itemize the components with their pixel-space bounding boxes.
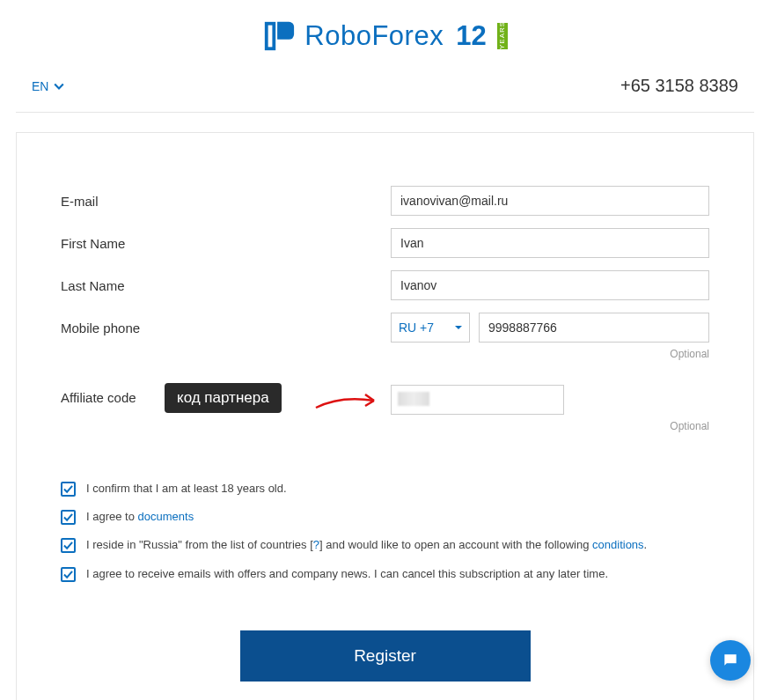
affiliate-tooltip: код партнера <box>165 383 282 413</box>
phone-code-value: RU +7 <box>399 321 434 335</box>
chevron-down-icon <box>54 81 64 92</box>
phone-optional: Optional <box>391 348 709 360</box>
header: RoboForex 12 YEARS <box>0 0 770 65</box>
country-help-link[interactable]: ? <box>313 538 319 551</box>
documents-link[interactable]: documents <box>138 510 194 523</box>
logo-icon <box>262 19 296 53</box>
affiliate-row: Affiliate code код партнера <box>61 385 709 415</box>
check-emails-text: I agree to receive emails with offers an… <box>86 566 608 582</box>
checkbox-docs[interactable] <box>61 510 76 525</box>
check-age: I confirm that I am at least 18 years ol… <box>61 481 709 497</box>
affiliate-label: Affiliate code код партнера <box>61 385 391 405</box>
check-docs: I agree to documents <box>61 509 709 525</box>
conditions-link[interactable]: conditions <box>592 538 644 551</box>
email-row: E-mail <box>61 186 709 216</box>
firstname-row: First Name <box>61 228 709 258</box>
caret-down-icon <box>455 324 462 331</box>
checkbox-emails[interactable] <box>61 567 76 582</box>
chat-icon <box>722 652 739 669</box>
lastname-row: Last Name <box>61 270 709 300</box>
firstname-label: First Name <box>61 236 391 251</box>
firstname-input[interactable] <box>391 228 709 258</box>
email-input[interactable] <box>391 186 709 216</box>
arrow-icon <box>314 392 385 413</box>
svg-rect-1 <box>268 26 273 48</box>
check-country: I reside in "Russia" from the list of co… <box>61 537 709 553</box>
svg-point-3 <box>730 658 731 659</box>
lastname-label: Last Name <box>61 278 391 293</box>
language-selector[interactable]: EN <box>32 79 64 93</box>
lastname-input[interactable] <box>391 270 709 300</box>
topbar: EN +65 3158 8389 <box>16 65 754 113</box>
register-button[interactable]: Register <box>240 630 531 682</box>
check-country-text: I reside in "Russia" from the list of co… <box>86 537 647 553</box>
check-age-text: I confirm that I am at least 18 years ol… <box>86 481 287 497</box>
phone-row: Mobile phone RU +7 <box>61 313 709 343</box>
affiliate-label-text: Affiliate code <box>61 390 136 405</box>
agreements: I confirm that I am at least 18 years ol… <box>61 481 709 582</box>
contact-phone[interactable]: +65 3158 8389 <box>620 76 738 96</box>
checkbox-age[interactable] <box>61 482 76 497</box>
svg-point-4 <box>732 658 734 659</box>
brand-name: RoboForex <box>304 20 444 52</box>
language-label: EN <box>32 79 48 93</box>
registration-form: E-mail First Name Last Name Mobile phone… <box>16 132 754 700</box>
redacted-value <box>398 392 429 406</box>
checkbox-country[interactable] <box>61 538 76 553</box>
check-docs-text: I agree to documents <box>86 509 194 525</box>
svg-point-2 <box>727 658 729 659</box>
affiliate-optional: Optional <box>391 420 709 432</box>
logo[interactable]: RoboForex 12 YEARS <box>262 19 507 53</box>
phone-code-select[interactable]: RU +7 <box>391 313 470 343</box>
phone-label: Mobile phone <box>61 321 391 335</box>
email-label: E-mail <box>61 194 391 209</box>
phone-input[interactable] <box>479 313 709 343</box>
anniversary-badge: YEARS <box>497 23 508 49</box>
chat-button[interactable] <box>710 640 751 681</box>
anniversary-number: 12 <box>456 20 486 52</box>
check-emails: I agree to receive emails with offers an… <box>61 566 709 582</box>
